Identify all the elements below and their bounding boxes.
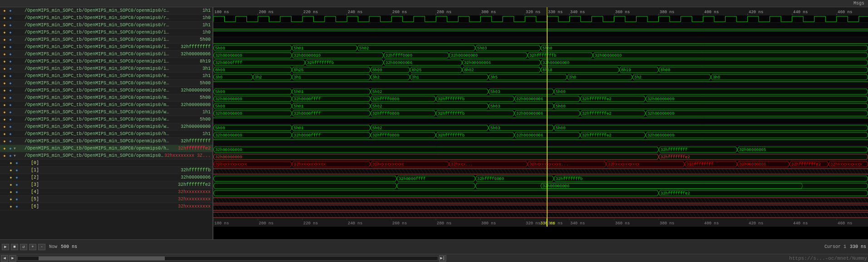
- signal-expand-icon: ◆: [8, 197, 14, 202]
- signal-row[interactable]: ◆ ◆ /OpenMIPS_min_SOPC_tb/OpenMIPS_min_S…: [0, 131, 212, 138]
- signal-type-icon: ◆: [8, 124, 13, 130]
- signal-name: /OpenMIPS_min_SOPC_tb/OpenMIPS_min_SOPC0…: [25, 37, 172, 42]
- signal-row[interactable]: ◆ ◆ /OpenMIPS_min_SOPC_tb/OpenMIPS_min_S…: [0, 109, 212, 116]
- stop-button[interactable]: ■: [11, 244, 18, 250]
- nav-left-button[interactable]: ◀: [1, 255, 8, 262]
- cursor-label: Cursor 1: [824, 244, 846, 249]
- signal-row[interactable]: ◆ ◆ [4] 32hxxxxxxxxx: [0, 189, 212, 196]
- signal-panel: ◆ ◆ /OpenMIPS_min_SOPC_tb/OpenMIPS_min_S…: [0, 7, 213, 239]
- signal-value: 1h1: [172, 23, 212, 28]
- signal-type-icon: ◆: [8, 23, 13, 28]
- signal-value: 32hffffffff: [172, 44, 212, 49]
- signal-row[interactable]: ◆ ◆ [0]: [0, 160, 212, 167]
- signal-row[interactable]: ◆ ◆ /OpenMIPS_min_SOPC_tb/OpenMIPS_min_S…: [0, 116, 212, 123]
- signal-name: /OpenMIPS_min_SOPC_tb/OpenMIPS_min_SOPC0…: [25, 131, 172, 136]
- zoom-out-button[interactable]: -: [38, 244, 45, 250]
- signal-name: [6]: [31, 204, 172, 209]
- signal-list[interactable]: ◆ ◆ /OpenMIPS_min_SOPC_tb/OpenMIPS_min_S…: [0, 7, 212, 239]
- signal-row[interactable]: ◆ ◆ /OpenMIPS_min_SOPC_tb/OpenMIPS_min_S…: [0, 94, 212, 102]
- zoom-in-button[interactable]: +: [29, 244, 36, 250]
- signal-row[interactable]: ◆ ◆ /OpenMIPS_min_SOPC_tb/OpenMIPS_min_S…: [0, 73, 212, 80]
- nav-right-button[interactable]: ▶: [9, 255, 16, 262]
- signal-row[interactable]: ◆ ◆ /OpenMIPS_min_SOPC_tb/OpenMIPS_min_S…: [0, 15, 212, 22]
- signal-row[interactable]: ◆ ◆ /OpenMIPS_min_SOPC_tb/OpenMIPS_min_S…: [0, 123, 212, 131]
- signal-type-icon: ◆: [8, 88, 13, 93]
- signal-name: /OpenMIPS_min_SOPC_tb/OpenMIPS_min_SOPC0…: [25, 8, 172, 13]
- nav-end-button[interactable]: ▶|: [439, 255, 446, 262]
- signal-type-icon: ◆: [14, 189, 20, 195]
- signal-row[interactable]: ◆ ◆ /OpenMIPS_min_SOPC_tb/OpenMIPS_min_S…: [0, 22, 212, 29]
- signal-expand-icon: ◆: [2, 15, 7, 21]
- signal-value: 32h00000000: [172, 102, 212, 107]
- signal-row[interactable]: ◆ ◆ /OpenMIPS_min_SOPC_tb/OpenMIPS_min_S…: [0, 87, 212, 94]
- signal-type-icon: ◆: [8, 44, 13, 50]
- signal-name: /OpenMIPS_min_SOPC_tb/OpenMIPS_min_SOPC0…: [25, 139, 172, 144]
- signal-expand-icon: ◆: [8, 168, 14, 173]
- signal-value: 1h0: [172, 30, 212, 35]
- signal-name: [4]: [31, 189, 172, 194]
- signal-type-icon: ◆: [8, 102, 13, 108]
- signal-row[interactable]: ◆ ◆ [5] 32hxxxxxxxxx: [0, 196, 212, 203]
- expand-arrow-icon[interactable]: ▼: [14, 146, 17, 150]
- signal-row[interactable]: ◆ ◆ [1] 32hfffffffb: [0, 167, 212, 174]
- cursor-value: 330 ns: [850, 244, 866, 249]
- play-button[interactable]: ▶: [2, 244, 9, 250]
- signal-name: /OpenMIPS_min_SOPC_tb/OpenMIPS_min_SOPC0…: [25, 15, 172, 20]
- signal-expand-icon: ◆: [2, 131, 7, 137]
- now-value: 500 ns: [61, 244, 77, 249]
- signal-expand-icon: ◆: [2, 8, 7, 14]
- signal-value: 1h1: [172, 8, 212, 13]
- signal-type-icon: ◆: [8, 131, 13, 137]
- signal-value: 32h00000006: [172, 175, 212, 180]
- signal-expand-icon: ◆: [2, 73, 7, 79]
- signal-value: 32hfffffffe2: [172, 146, 212, 151]
- signal-row[interactable]: ◆ ◆ /OpenMIPS_min_SOPC_tb/OpenMIPS_min_S…: [0, 44, 212, 51]
- signal-row[interactable]: ◆ ◆ ▼ /OpenMIPS_min_SOPC_tb/OpenMIPS_min…: [0, 152, 212, 160]
- signal-expand-icon[interactable]: ◆: [2, 146, 7, 151]
- signal-expand-icon: ◆: [2, 124, 7, 130]
- signal-value: 32h00000000: [172, 124, 212, 129]
- signal-name: [3]: [31, 182, 172, 187]
- signal-name: [0]: [31, 160, 172, 165]
- signal-type-icon: ◆: [14, 197, 20, 202]
- signal-expand-icon: ◆: [8, 189, 14, 195]
- signal-row[interactable]: ◆ ◆ /OpenMIPS_min_SOPC_tb/OpenMIPS_min_S…: [0, 58, 212, 65]
- signal-row[interactable]: ◆ ◆ ▼ /OpenMIPS_min_SOPC_tb/OpenMIPS_min…: [0, 145, 212, 152]
- horizontal-scrollbar[interactable]: [17, 256, 438, 261]
- signal-row[interactable]: ◆ ◆ /OpenMIPS_min_SOPC_tb/OpenMIPS_min_S…: [0, 65, 212, 73]
- restart-button[interactable]: ↺: [20, 244, 27, 250]
- signal-type-icon: ◆: [8, 59, 13, 64]
- signal-type-icon: ◆: [8, 110, 13, 115]
- signal-expand-icon: ◆: [2, 30, 7, 35]
- signal-expand-icon[interactable]: ◆: [2, 153, 7, 159]
- signal-type-icon: ◆: [14, 182, 20, 188]
- signal-name: [1]: [31, 168, 172, 173]
- signal-name: /OpenMIPS_min_SOPC_tb/OpenMIPS_min_SOPC0…: [25, 124, 172, 129]
- signal-row[interactable]: ◆ ◆ [2] 32h00000006: [0, 174, 212, 181]
- signal-value: 1h1: [172, 131, 212, 136]
- signal-value: 32hfffffffb: [172, 168, 212, 173]
- scrollbar-thumb[interactable]: [39, 257, 165, 260]
- signal-row[interactable]: ◆ ◆ /OpenMIPS_min_SOPC_tb/OpenMIPS_min_S…: [0, 29, 212, 36]
- signal-row[interactable]: ◆ ◆ [3] 32hfffffffe2: [0, 181, 212, 189]
- signal-expand-icon: ◆: [2, 95, 7, 101]
- signal-row[interactable]: ◆ ◆ /OpenMIPS_min_SOPC_tb/OpenMIPS_min_S…: [0, 102, 212, 109]
- signal-name: /OpenMIPS_min_SOPC_tb/OpenMIPS_min_SOPC0…: [25, 23, 172, 28]
- signal-row[interactable]: ◆ ◆ /OpenMIPS_min_SOPC_tb/OpenMIPS_min_S…: [0, 138, 212, 145]
- signal-name: /OpenMIPS_min_SOPC_tb/OpenMIPS_min_SOPC0…: [25, 81, 172, 86]
- signal-type-icon: ◆: [8, 95, 13, 101]
- signal-row[interactable]: ◆ ◆ /OpenMIPS_min_SOPC_tb/OpenMIPS_min_S…: [0, 51, 212, 58]
- signal-expand-icon: ◆: [2, 37, 7, 43]
- signal-type-icon: ◆: [8, 153, 13, 159]
- signal-row[interactable]: ◆ ◆ [6] 32hxxxxxxxxx: [0, 203, 212, 210]
- signal-row[interactable]: ◆ ◆ /OpenMIPS_min_SOPC_tb/OpenMIPS_min_S…: [0, 80, 212, 87]
- signal-value: 3h1: [172, 66, 212, 71]
- signal-value: 5h00: [172, 117, 212, 122]
- signal-row[interactable]: ◆ ◆ /OpenMIPS_min_SOPC_tb/OpenMIPS_min_S…: [0, 36, 212, 44]
- wave-panel[interactable]: [213, 7, 868, 239]
- signal-row[interactable]: ◆ ◆ /OpenMIPS_min_SOPC_tb/OpenMIPS_min_S…: [0, 7, 212, 15]
- waveform-canvas[interactable]: [213, 7, 868, 227]
- expand-arrow-icon[interactable]: ▼: [14, 154, 17, 158]
- signal-value: 32hxxxxxxxxx: [172, 197, 212, 202]
- wave-canvas-area[interactable]: [213, 7, 868, 239]
